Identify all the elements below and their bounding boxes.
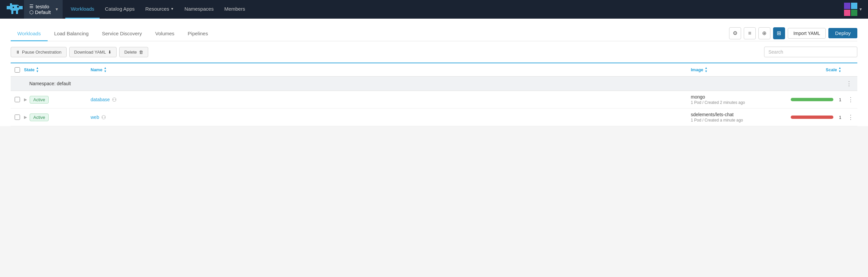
nav-workloads[interactable]: Workloads bbox=[65, 0, 100, 19]
tab-volumes[interactable]: Volumes bbox=[149, 27, 181, 41]
row-menu-button-2[interactable]: ⋮ bbox=[844, 114, 857, 121]
svg-rect-7 bbox=[13, 7, 14, 8]
table-icon: ⊞ bbox=[777, 30, 781, 36]
workload-icon-1: ⚇ bbox=[112, 97, 117, 103]
topnav-right: ▼ bbox=[844, 3, 863, 16]
subtabs: Workloads Load Balancing Service Discove… bbox=[11, 27, 857, 41]
row-menu-button-1[interactable]: ⋮ bbox=[844, 96, 857, 103]
scale-number-2: 1 bbox=[836, 115, 841, 120]
row-name-cell-2[interactable]: web ⚇ bbox=[91, 114, 691, 121]
state-sort-icon: ▲▼ bbox=[36, 67, 39, 73]
tab-load-balancing[interactable]: Load Balancing bbox=[48, 27, 95, 41]
namespace-group-row: Namespace: default ⋮ bbox=[11, 76, 857, 91]
table-header: State ▲▼ Name ▲▼ Image ▲▼ Scale ▲▼ bbox=[11, 63, 857, 76]
select-all-checkbox[interactable] bbox=[14, 67, 20, 72]
namespace-menu-button[interactable]: ⋮ bbox=[839, 80, 852, 87]
project-icon: ☰ bbox=[29, 4, 34, 9]
workloads-table: State ▲▼ Name ▲▼ Image ▲▼ Scale ▲▼ Names… bbox=[11, 63, 857, 126]
globe-icon: ⊕ bbox=[762, 30, 767, 36]
th-state[interactable]: State ▲▼ bbox=[24, 67, 91, 73]
svg-rect-0 bbox=[7, 6, 10, 9]
row-checkbox-2[interactable] bbox=[14, 115, 20, 120]
workload-icon-2: ⚇ bbox=[101, 114, 106, 121]
workload-name-1: database bbox=[91, 97, 110, 102]
project-selector[interactable]: ☰ testdo ⬡ Default ▼ bbox=[24, 0, 63, 19]
select-all-cell bbox=[11, 67, 24, 72]
table-row: ▶ Active database ⚇ mongo 1 Pod / Create… bbox=[11, 91, 857, 109]
row-checkbox-1[interactable] bbox=[14, 97, 20, 102]
image-meta-1: 1 Pod / Created 2 minutes ago bbox=[691, 100, 791, 105]
svg-point-5 bbox=[17, 6, 19, 8]
table-icon-btn[interactable]: ⊞ bbox=[773, 27, 785, 39]
pause-orchestration-button[interactable]: ⏸ Pause Orchestration bbox=[11, 47, 67, 57]
tab-pipelines[interactable]: Pipelines bbox=[181, 27, 215, 41]
globe-icon-btn[interactable]: ⊕ bbox=[758, 27, 770, 39]
logo bbox=[5, 0, 24, 19]
row-scale-cell-2: 1 bbox=[791, 115, 844, 120]
user-menu-chevron-icon[interactable]: ▼ bbox=[859, 7, 863, 12]
search-input[interactable] bbox=[764, 47, 857, 57]
project-chevron-icon: ▼ bbox=[55, 7, 59, 12]
scale-number-1: 1 bbox=[836, 97, 841, 102]
play-icon-1[interactable]: ▶ bbox=[24, 97, 27, 102]
namespace-name: ⬡ Default bbox=[29, 9, 51, 15]
name-sort-icon: ▲▼ bbox=[103, 67, 106, 73]
th-scale[interactable]: Scale ▲▼ bbox=[791, 67, 844, 73]
row-check-cell-1 bbox=[11, 97, 24, 102]
namespace-icon: ⬡ bbox=[29, 9, 34, 15]
row-check-cell-2 bbox=[11, 115, 24, 120]
row-image-cell-1: mongo 1 Pod / Created 2 minutes ago bbox=[691, 94, 791, 105]
table-row: ▶ Active web ⚇ sdelements/lets-chat 1 Po… bbox=[11, 109, 857, 126]
import-yaml-button[interactable]: Import YAML bbox=[788, 28, 826, 39]
image-sort-icon: ▲▼ bbox=[705, 67, 708, 73]
nav-catalog-apps[interactable]: Catalog Apps bbox=[100, 0, 140, 19]
pause-icon: ⏸ bbox=[16, 50, 20, 55]
scale-sort-icon: ▲▼ bbox=[838, 67, 841, 73]
svg-rect-3 bbox=[11, 11, 13, 14]
nav-members[interactable]: Members bbox=[219, 0, 250, 19]
scale-bar-wrap-2 bbox=[791, 116, 833, 119]
list-icon-btn[interactable]: ≡ bbox=[744, 27, 756, 39]
resources-chevron-icon: ▼ bbox=[170, 7, 174, 11]
row-scale-cell-1: 1 bbox=[791, 97, 844, 102]
nav-resources[interactable]: Resources ▼ bbox=[140, 0, 179, 19]
trash-icon: 🗑 bbox=[139, 50, 143, 55]
row-image-cell-2: sdelements/lets-chat 1 Pod / Created a m… bbox=[691, 112, 791, 123]
search-wrapper bbox=[764, 47, 857, 57]
row-name-cell-1[interactable]: database ⚇ bbox=[91, 97, 691, 103]
status-badge-1: Active bbox=[30, 96, 49, 103]
settings-icon-btn[interactable]: ⚙ bbox=[729, 27, 741, 39]
scale-bar-2 bbox=[791, 116, 833, 119]
workload-name-2: web bbox=[91, 115, 99, 120]
main-content: Workloads Load Balancing Service Discove… bbox=[0, 19, 868, 126]
delete-button[interactable]: Delete 🗑 bbox=[119, 47, 148, 57]
list-icon: ≡ bbox=[748, 30, 751, 36]
scale-bar-wrap-1 bbox=[791, 98, 833, 101]
logo-icon bbox=[7, 3, 23, 15]
svg-rect-2 bbox=[19, 6, 23, 9]
avatar-cell-2 bbox=[851, 3, 857, 9]
row-state-cell-2: ▶ Active bbox=[24, 114, 91, 121]
tab-workloads[interactable]: Workloads bbox=[11, 27, 48, 41]
play-icon-2[interactable]: ▶ bbox=[24, 115, 27, 120]
avatar-cell-4 bbox=[851, 10, 857, 16]
namespace-label: Namespace: default bbox=[29, 81, 839, 86]
download-yaml-button[interactable]: Download YAML ⬇ bbox=[69, 47, 117, 57]
scale-bar-1 bbox=[791, 98, 833, 101]
image-meta-2: 1 Pod / Created a minute ago bbox=[691, 118, 791, 123]
download-icon: ⬇ bbox=[108, 50, 112, 55]
th-name[interactable]: Name ▲▼ bbox=[91, 67, 691, 73]
svg-rect-6 bbox=[10, 3, 12, 6]
th-image[interactable]: Image ▲▼ bbox=[691, 67, 791, 73]
row-state-cell-1: ▶ Active bbox=[24, 96, 91, 103]
user-avatar[interactable] bbox=[844, 3, 857, 16]
avatar-cell-1 bbox=[844, 3, 850, 9]
tab-service-discovery[interactable]: Service Discovery bbox=[95, 27, 149, 41]
project-name: testdo bbox=[36, 4, 49, 9]
nav-namespaces[interactable]: Namespaces bbox=[179, 0, 219, 19]
deploy-button[interactable]: Deploy bbox=[828, 28, 857, 38]
image-name-2: sdelements/lets-chat bbox=[691, 112, 791, 117]
avatar-cell-3 bbox=[844, 10, 850, 16]
image-name-1: mongo bbox=[691, 94, 791, 99]
status-badge-2: Active bbox=[30, 114, 49, 121]
